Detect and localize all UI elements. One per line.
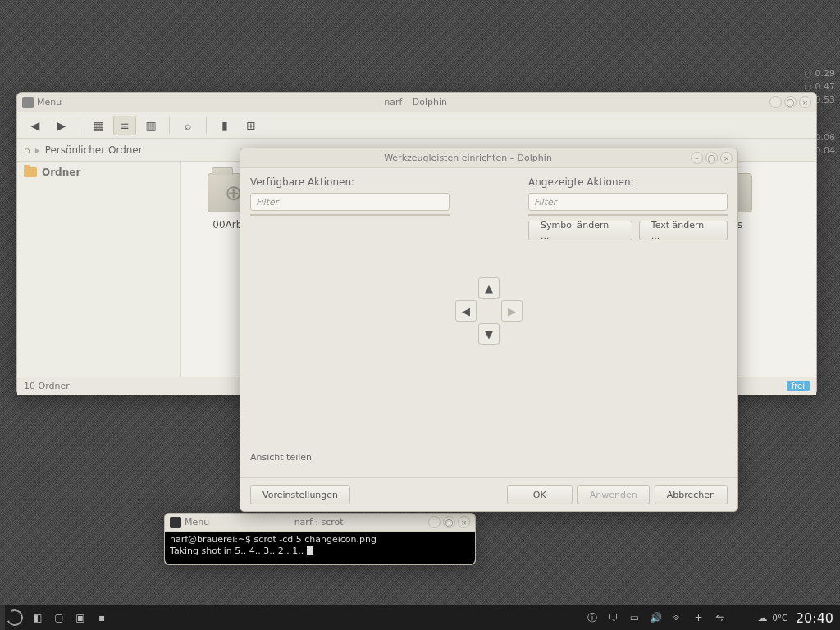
move-down-button[interactable]: ▼ [478,323,500,345]
displayed-filter-input[interactable]: Filter [528,193,728,211]
move-right-button[interactable]: ▶ [501,300,523,322]
menu-label[interactable]: Menu [37,97,62,107]
task-window-icon[interactable]: ▣ [74,611,87,624]
details-view-button[interactable]: ≡ [113,116,136,135]
breadcrumb-segment[interactable]: Persönlicher Ordner [45,144,143,156]
available-actions-label: Verfügbare Aktionen: [250,176,450,188]
terminal-window: Menu narf : scrot – ◯ × narf@brauerei:~$… [164,513,476,565]
activity-icon[interactable]: ◧ [31,611,44,624]
taskbar-panel[interactable]: ◧ ▢ ▣ ▪ ⓘ 🗨 ▭ 🔊 ᯤ + ⇋ ☁ 0°C 20:40 [0,605,840,630]
panel-hide-handle[interactable] [0,605,5,630]
free-space-badge: frei [787,381,810,391]
forward-button[interactable]: ▶ [50,116,73,135]
close-icon[interactable]: × [458,516,470,528]
sidebar-header: Ordner [42,167,80,178]
selection-caption: Ansicht teilen [250,452,728,463]
available-filter-input[interactable]: Filter [250,193,450,211]
close-icon[interactable]: × [799,96,811,108]
minimize-icon[interactable]: – [428,516,441,528]
places-sidebar: Ordner [17,162,181,377]
back-button[interactable]: ◀ [24,116,47,135]
dialog-title: Werkzeugleisten einrichten – Dolphin [245,153,691,163]
terminal-app-icon [170,517,181,528]
apply-button[interactable]: Anwenden [578,485,650,504]
split-button[interactable]: ⊞ [240,116,262,135]
app-launcher-icon[interactable] [4,607,25,628]
clock[interactable]: 20:40 [796,610,833,626]
folder-icon [24,167,37,177]
battery-icon[interactable]: ▭ [628,611,641,624]
terminal-output[interactable]: narf@brauerei:~$ scrot -cd 5 changeicon.… [165,532,475,564]
cursor-icon [307,546,313,555]
transfer-buttons: ▲ ◀ ▶ ▼ [456,277,522,345]
wifi-icon[interactable]: ᯤ [671,611,684,624]
task-window-icon[interactable]: ▢ [52,611,66,624]
close-icon[interactable]: × [720,152,733,164]
change-text-button[interactable]: Text ändern ... [639,221,728,240]
dolphin-title: narf – Dolphin [62,97,769,107]
terminal-titlebar[interactable]: Menu narf : scrot – ◯ × [165,514,475,532]
dolphin-titlebar[interactable]: Menu narf – Dolphin – ◯ × [17,93,816,112]
ok-button[interactable]: OK [507,485,573,504]
change-icon-button[interactable]: Symbol ändern ... [528,221,632,240]
move-up-button[interactable]: ▲ [478,277,500,299]
icons-view-button[interactable]: ▦ [87,116,110,135]
search-button[interactable]: ⌕ [176,116,199,135]
columns-view-button[interactable]: ▥ [139,116,162,135]
task-terminal-icon[interactable]: ▪ [95,611,108,624]
temperature: 0°C [773,614,788,623]
displayed-actions-label: Angezeigte Aktionen: [528,176,728,188]
minimize-icon[interactable]: – [769,96,782,108]
displayed-actions-list[interactable]: ←Zurück→Nach vorne--- Trenner ---▦Symbol… [528,214,728,216]
chat-icon[interactable]: 🗨 [607,611,620,624]
defaults-button[interactable]: Voreinstellungen [250,485,350,504]
scrollbar-horizontal[interactable] [251,214,437,215]
toolbar-config-dialog: Werkzeugleisten einrichten – Dolphin – ◯… [240,148,738,512]
info-icon[interactable]: ⓘ [586,611,599,624]
dolphin-app-icon [22,97,34,108]
dolphin-toolbar: ◀ ▶ ▦ ≡ ▥ ⌕ ▮ ⊞ [17,112,816,139]
plus-icon[interactable]: + [692,611,705,624]
weather-icon[interactable]: ☁ [756,611,769,624]
maximize-icon[interactable]: ◯ [784,96,797,108]
cancel-button[interactable]: Abbrechen [655,485,728,504]
usb-icon[interactable]: ⇋ [714,611,727,624]
minimize-icon[interactable]: – [691,152,703,164]
maximize-icon[interactable]: ◯ [443,516,455,528]
preview-button[interactable]: ▮ [213,116,236,135]
terminal-title: narf : scrot [209,517,428,527]
menu-label[interactable]: Menu [185,517,209,527]
dialog-titlebar[interactable]: Werkzeugleisten einrichten – Dolphin – ◯… [240,148,737,168]
available-actions-list[interactable]: --- Trenner ---AbsteigendAdresse ändern↻… [250,214,450,216]
move-left-button[interactable]: ◀ [455,300,477,322]
home-icon[interactable]: ⌂ [24,144,30,156]
status-count: 10 Ordner [24,381,70,391]
volume-icon[interactable]: 🔊 [650,611,663,624]
maximize-icon[interactable]: ◯ [705,152,718,164]
